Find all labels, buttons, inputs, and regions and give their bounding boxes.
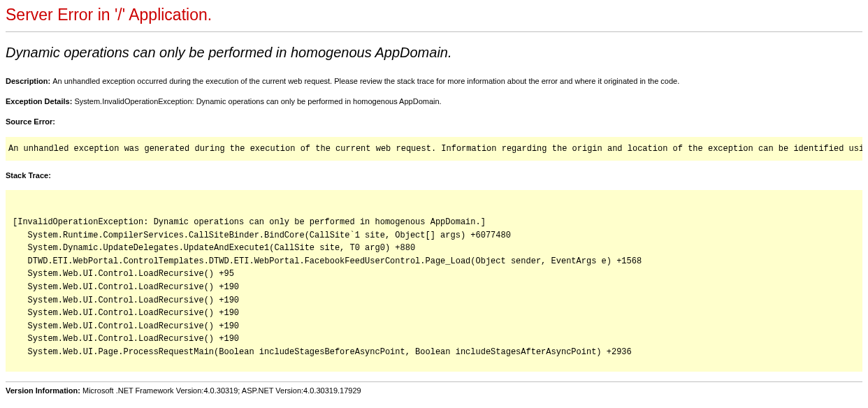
version-value: Microsoft .NET Framework Version:4.0.303… bbox=[82, 386, 361, 395]
error-title: Server Error in '/' Application. bbox=[6, 6, 862, 24]
exception-message: Dynamic operations can only be performed… bbox=[6, 45, 862, 61]
stack-trace-label: Stack Trace: bbox=[6, 171, 51, 180]
version-label: Version Information: bbox=[6, 386, 82, 395]
source-error-label: Source Error: bbox=[6, 117, 55, 126]
source-error-section: Source Error: bbox=[6, 117, 862, 127]
exception-details-label: Exception Details: bbox=[6, 97, 74, 105]
stack-trace-section: Stack Trace: bbox=[6, 170, 862, 181]
hr-divider-top bbox=[6, 31, 862, 32]
version-info: Version Information: Microsoft .NET Fram… bbox=[6, 386, 862, 395]
stack-trace-code: [InvalidOperationException: Dynamic oper… bbox=[6, 190, 862, 371]
exception-details-section: Exception Details: System.InvalidOperati… bbox=[6, 96, 862, 107]
description-section: Description: An unhandled exception occu… bbox=[6, 76, 862, 87]
exception-details-value: System.InvalidOperationException: Dynami… bbox=[74, 97, 441, 105]
description-label: Description: bbox=[6, 77, 52, 85]
hr-divider-bottom bbox=[6, 381, 862, 382]
description-value: An unhandled exception occurred during t… bbox=[52, 77, 679, 85]
source-error-code: An unhandled exception was generated dur… bbox=[6, 137, 862, 161]
